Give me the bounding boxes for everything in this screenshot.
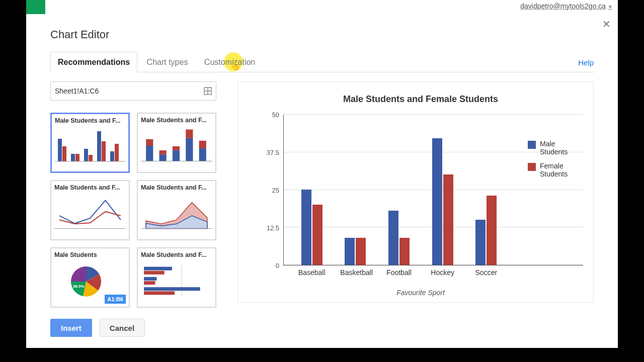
data-range-input[interactable]: Sheet1!A1:C6	[50, 81, 216, 101]
thumb-stacked-bar[interactable]: Male Students and F...	[137, 113, 216, 173]
svg-rect-8	[89, 155, 93, 161]
data-range-value: Sheet1!A1:C6	[55, 87, 99, 95]
svg-rect-22	[199, 148, 206, 161]
svg-rect-12	[115, 144, 119, 161]
thumb-grouped-bar[interactable]: Male Students and F...	[50, 113, 130, 173]
sheets-logo	[26, 0, 45, 14]
svg-rect-16	[159, 154, 167, 161]
svg-rect-3	[58, 139, 62, 161]
app-top-strip: davidpetro@mytools2go.ca▼	[26, 0, 618, 14]
svg-rect-34	[144, 281, 155, 285]
thumb-area[interactable]: Male Students and F...	[137, 180, 216, 240]
tab-chart-types[interactable]: Chart types	[140, 52, 195, 72]
thumb-line[interactable]: Male Students and F...	[50, 180, 130, 240]
svg-rect-17	[159, 150, 167, 154]
svg-rect-20	[186, 138, 193, 161]
y-axis: 012.52537.550	[258, 115, 283, 265]
left-panel: Sheet1!A1:C6 Male Students and F...	[50, 81, 216, 308]
tab-customization[interactable]: Customization	[197, 52, 262, 72]
close-icon[interactable]: ✕	[602, 18, 611, 30]
svg-rect-7	[84, 149, 88, 161]
svg-rect-19	[173, 146, 180, 150]
svg-rect-4	[62, 146, 66, 161]
chart-editor-dialog: ✕ Chart Editor Recommendations Chart typ…	[26, 14, 618, 348]
recommendation-grid: Male Students and F...	[50, 113, 216, 308]
cancel-button[interactable]: Cancel	[99, 319, 145, 337]
svg-rect-5	[71, 154, 75, 161]
legend-item-female: Female Students	[528, 162, 580, 178]
svg-rect-14	[146, 146, 153, 161]
cursor-icon: 👆	[230, 61, 240, 71]
chart-preview: Male Students and Female Students 012.52…	[237, 81, 594, 303]
chart-legend: Male Students Female Students	[528, 140, 580, 184]
svg-rect-33	[144, 277, 156, 281]
svg-rect-35	[144, 287, 200, 291]
chart-title: Male Students and Female Students	[258, 94, 583, 105]
svg-rect-36	[144, 291, 175, 295]
svg-rect-23	[199, 141, 206, 148]
legend-swatch-male	[528, 141, 536, 149]
legend-item-male: Male Students	[528, 140, 580, 156]
dialog-title: Chart Editor	[50, 28, 594, 41]
svg-rect-15	[146, 139, 153, 146]
account-email[interactable]: davidpetro@mytools2go.ca▼	[520, 2, 613, 10]
svg-rect-18	[173, 150, 180, 161]
x-axis-labels: BaseballBasketballFootballHockeySoccer	[283, 265, 583, 280]
tab-recommendations[interactable]: Recommendations	[50, 52, 137, 72]
svg-rect-10	[102, 141, 106, 161]
help-link[interactable]: Help	[578, 58, 594, 67]
svg-rect-21	[186, 130, 193, 138]
svg-rect-11	[110, 151, 114, 161]
account-dropdown-arrow: ▼	[608, 4, 613, 10]
svg-rect-6	[75, 154, 79, 161]
svg-text:38.5%: 38.5%	[73, 284, 85, 289]
svg-rect-31	[144, 267, 172, 270]
insert-button[interactable]: Insert	[50, 319, 92, 337]
x-axis-title: Favourite Sport	[258, 289, 583, 297]
thumb-pie[interactable]: Male Students 38.5% A1:B6	[50, 247, 130, 308]
thumb-hbar[interactable]: Male Students and F...	[137, 247, 216, 308]
pie-range-badge: A1:B6	[105, 295, 126, 304]
svg-rect-9	[97, 131, 101, 161]
tab-bar: Recommendations Chart types Customizatio…	[50, 51, 594, 72]
legend-swatch-female	[528, 163, 536, 171]
select-range-icon[interactable]	[204, 87, 212, 95]
svg-rect-32	[144, 271, 165, 275]
plot-area	[283, 115, 583, 265]
dialog-buttons: Insert Cancel	[50, 319, 594, 337]
